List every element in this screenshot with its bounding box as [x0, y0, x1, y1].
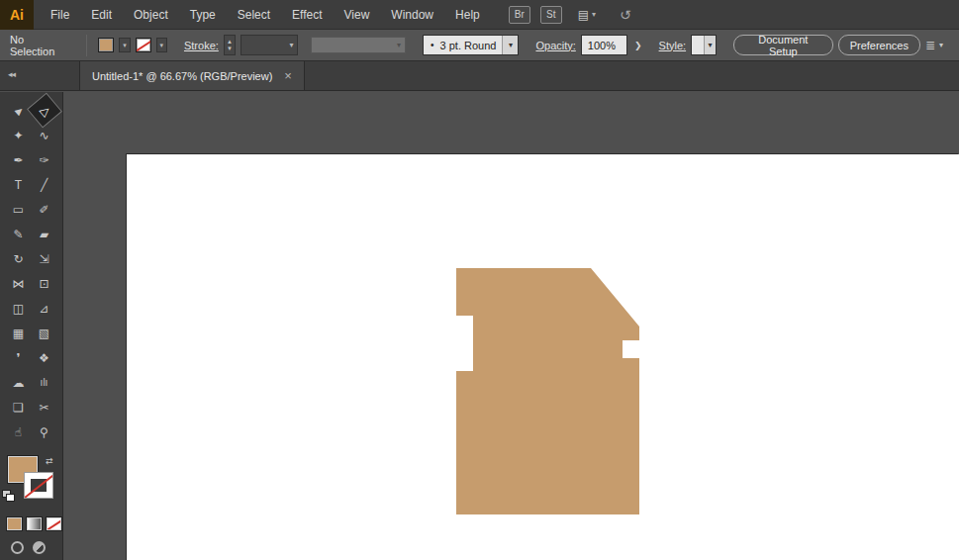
- touch-workspace-icon[interactable]: ↺: [620, 7, 631, 23]
- gradient-mode-button[interactable]: [27, 517, 42, 530]
- selection-status: No Selection: [10, 34, 67, 57]
- panel-menu[interactable]: ≣ ▾: [925, 39, 943, 52]
- chevron-down-icon[interactable]: ▾: [502, 36, 518, 54]
- menu-window[interactable]: Window: [380, 0, 444, 29]
- fill-color-swatch[interactable]: [98, 38, 114, 52]
- chevron-down-icon: ▾: [397, 41, 401, 49]
- tab-close-icon[interactable]: ×: [284, 68, 292, 83]
- pen-tool[interactable]: ✒: [6, 147, 32, 172]
- bridge-button[interactable]: Br: [509, 6, 530, 24]
- menu-view[interactable]: View: [334, 0, 381, 29]
- curvature-tool[interactable]: ✑: [32, 147, 57, 172]
- draw-behind-icon[interactable]: [33, 541, 46, 554]
- width-profile-combo: ▾: [311, 37, 406, 53]
- artwork-svg: [127, 154, 959, 560]
- type-tool[interactable]: T: [6, 172, 32, 197]
- mesh-tool[interactable]: ▦: [6, 321, 32, 345]
- none-mode-button[interactable]: [47, 517, 61, 530]
- rotate-tool[interactable]: ↻: [6, 246, 32, 271]
- style-label[interactable]: Style:: [659, 40, 687, 51]
- tools-panel: ► ▷ ✦ ∿ ✒ ✑ T ╱ ▭ ✐ ✎ ▰ ↻ ⇲ ⋈ ⊡ ◫ ⊿ ▦ ▧ …: [0, 92, 63, 560]
- rectangle-tool[interactable]: ▭: [6, 197, 32, 222]
- menu-effect[interactable]: Effect: [281, 0, 333, 29]
- color-mode-button[interactable]: [7, 517, 22, 530]
- paintbrush-tool[interactable]: ✐: [32, 197, 57, 222]
- control-bar: No Selection ▾ ▾ Stroke: ▲ ▼ ▾ ▾ • 3 pt.…: [0, 30, 959, 61]
- menu-help[interactable]: Help: [444, 0, 491, 29]
- slice-tool[interactable]: ✂: [32, 395, 57, 420]
- menu-bar: Ai File Edit Object Type Select Effect V…: [0, 0, 959, 30]
- main-area: ► ▷ ✦ ∿ ✒ ✑ T ╱ ▭ ✐ ✎ ▰ ↻ ⇲ ⋈ ⊡ ◫ ⊿ ▦ ▧ …: [0, 92, 959, 560]
- opacity-panel-icon[interactable]: ❯: [634, 41, 642, 50]
- menu-edit[interactable]: Edit: [80, 0, 123, 29]
- line-segment-tool[interactable]: ╱: [32, 172, 57, 197]
- chevron-down-icon: ▾: [592, 10, 596, 19]
- scale-tool[interactable]: ⇲: [32, 246, 57, 271]
- menu-object[interactable]: Object: [123, 0, 179, 29]
- stroke-dropdown-icon[interactable]: ▾: [156, 38, 167, 52]
- document-tab-title: Untitled-1* @ 66.67% (RGB/Preview): [92, 70, 272, 82]
- workspace-switcher[interactable]: ▤ ▾: [578, 8, 596, 22]
- chevron-down-icon: ▾: [289, 41, 293, 49]
- document-tab[interactable]: Untitled-1* @ 66.67% (RGB/Preview) ×: [79, 61, 305, 90]
- opacity-input[interactable]: 100%: [581, 35, 627, 55]
- draw-mode-buttons: [0, 530, 62, 554]
- perspective-grid-tool[interactable]: ⊿: [32, 296, 57, 321]
- app-logo: Ai: [0, 0, 34, 30]
- menu-file[interactable]: File: [40, 0, 80, 29]
- zoom-tool[interactable]: ⚲: [32, 420, 57, 444]
- artboard[interactable]: [127, 154, 959, 560]
- panel-lines-icon: ≣: [925, 39, 935, 52]
- hand-tool[interactable]: ☝: [6, 420, 32, 444]
- brush-name: 3 pt. Round: [434, 40, 503, 51]
- stock-button[interactable]: St: [540, 6, 562, 24]
- menu-select[interactable]: Select: [227, 0, 281, 29]
- workspace-icon: ▤: [578, 8, 589, 22]
- preferences-button[interactable]: Preferences: [838, 35, 920, 55]
- fill-dropdown-icon[interactable]: ▾: [119, 38, 130, 52]
- menu-type[interactable]: Type: [179, 0, 227, 29]
- swap-fill-stroke-icon[interactable]: ⇄: [46, 456, 53, 466]
- color-mode-buttons: [0, 506, 62, 530]
- document-setup-button[interactable]: Document Setup: [733, 35, 833, 55]
- symbol-sprayer-tool[interactable]: ☁: [6, 370, 32, 395]
- artboard-tool[interactable]: ❏: [6, 395, 32, 420]
- chevron-down-icon: ▾: [939, 41, 943, 49]
- draw-normal-icon[interactable]: [11, 541, 24, 554]
- collapse-panels-icon[interactable]: ◂◂: [8, 69, 15, 79]
- menu-items: File Edit Object Type Select Effect View…: [40, 0, 491, 29]
- spin-down-icon: ▼: [227, 46, 233, 52]
- width-tool[interactable]: ⋈: [6, 271, 32, 296]
- eyedropper-tool[interactable]: ❜: [6, 345, 32, 370]
- appbar-right: Br St ▤ ▾ ↺: [509, 6, 631, 24]
- default-fill-stroke-icon[interactable]: [2, 490, 16, 503]
- shaper-tool[interactable]: ✎: [6, 222, 32, 246]
- stroke-indicator[interactable]: [24, 472, 53, 499]
- chevron-down-icon[interactable]: ▾: [704, 36, 716, 54]
- fill-stroke-indicator: ⇄: [0, 456, 63, 506]
- spin-up-icon: ▲: [227, 39, 233, 46]
- opacity-label[interactable]: Opacity:: [535, 40, 575, 51]
- canvas: [63, 92, 959, 560]
- column-graph-tool[interactable]: ılı: [32, 370, 57, 395]
- tool-grid: ► ▷ ✦ ∿ ✒ ✑ T ╱ ▭ ✐ ✎ ▰ ↻ ⇲ ⋈ ⊡ ◫ ⊿ ▦ ▧ …: [0, 92, 62, 444]
- brush-definition-combo[interactable]: • 3 pt. Round ▾: [423, 35, 519, 55]
- document-tab-bar: ◂◂ Untitled-1* @ 66.67% (RGB/Preview) ×: [0, 61, 959, 91]
- free-transform-tool[interactable]: ⊡: [32, 271, 57, 296]
- eraser-tool[interactable]: ▰: [32, 222, 57, 246]
- style-combo[interactable]: ▾: [691, 35, 717, 55]
- shape-builder-tool[interactable]: ◫: [6, 296, 32, 321]
- gradient-tool[interactable]: ▧: [32, 321, 57, 345]
- blend-tool[interactable]: ❖: [32, 345, 57, 370]
- stroke-color-swatch[interactable]: [136, 38, 151, 52]
- stroke-weight-label[interactable]: Stroke:: [184, 40, 219, 51]
- artwork-shape[interactable]: [456, 268, 639, 514]
- stroke-weight-combo[interactable]: ▾: [240, 35, 298, 55]
- divider: [86, 35, 87, 56]
- default-stroke-square: [6, 494, 15, 502]
- stroke-weight-stepper[interactable]: ▲ ▼: [224, 35, 236, 55]
